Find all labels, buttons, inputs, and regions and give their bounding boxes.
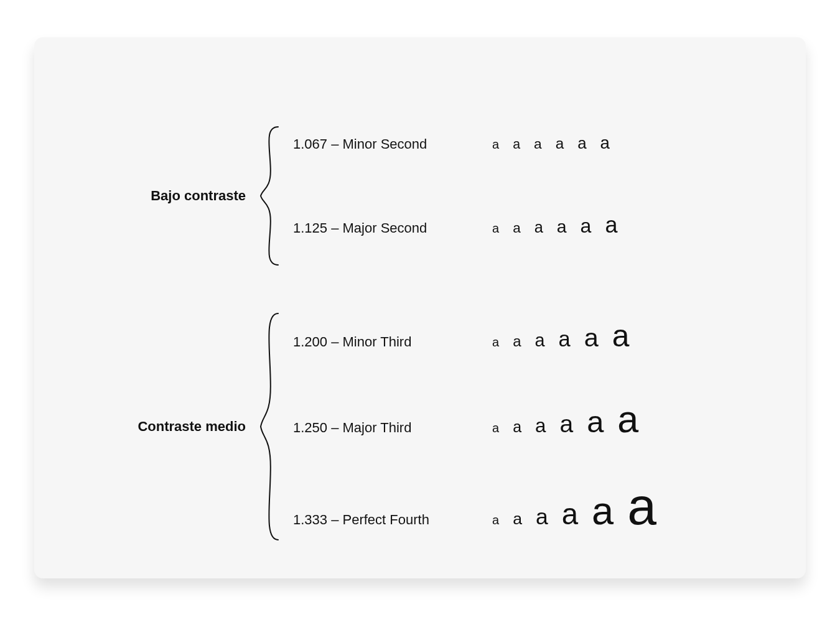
scale-row: 1.200 – Minor Thirdaaaaaa — [293, 311, 768, 374]
scale-rows: 1.200 – Minor Thirdaaaaaa1.250 – Major T… — [293, 311, 768, 542]
scale-label: 1.200 – Minor Third — [293, 334, 492, 350]
scale-samples: aaaaaa — [492, 480, 656, 532]
diagram-card: Bajo contraste 1.067 – Minor Secondaaaaa… — [34, 37, 806, 578]
scale-label: 1.333 – Perfect Fourth — [293, 512, 492, 528]
glyph-sample: a — [536, 506, 548, 529]
glyph-sample: a — [513, 419, 521, 435]
scale-samples: aaaaaa — [492, 321, 629, 352]
glyph-sample: a — [534, 331, 544, 350]
glyph-sample: a — [492, 422, 499, 434]
scale-row: 1.250 – Major Thirdaaaaaa — [293, 391, 768, 454]
glyph-sample: a — [559, 328, 571, 350]
glyph-sample: a — [584, 325, 599, 350]
glyph-sample: a — [513, 221, 521, 236]
glyph-sample: a — [556, 136, 564, 151]
glyph-sample: a — [559, 412, 573, 436]
glyph-sample: a — [492, 514, 499, 526]
glyph-sample: a — [592, 491, 614, 530]
glyph-sample: a — [492, 222, 499, 234]
scale-row: 1.125 – Major Secondaaaaaa — [293, 204, 768, 267]
group-title: Bajo contraste — [121, 188, 246, 204]
scale-group-low-contrast: Bajo contraste 1.067 – Minor Secondaaaaa… — [72, 124, 768, 267]
glyph-sample: a — [513, 334, 521, 349]
glyph-sample: a — [612, 321, 630, 352]
scale-group-medium-contrast: Contraste medio 1.200 – Minor Thirdaaaaa… — [72, 311, 768, 542]
group-title: Contraste medio — [121, 419, 246, 435]
glyph-sample: a — [534, 137, 542, 151]
glyph-sample: a — [627, 480, 656, 532]
glyph-sample: a — [605, 214, 617, 236]
glyph-sample: a — [587, 407, 604, 437]
glyph-sample: a — [513, 138, 520, 151]
glyph-sample: a — [617, 401, 638, 438]
glyph-sample: a — [600, 134, 610, 152]
scale-samples: aaaaaa — [492, 134, 610, 152]
glyph-sample: a — [562, 499, 578, 529]
glyph-sample: a — [535, 416, 546, 435]
scale-samples: aaaaaa — [492, 401, 638, 438]
brace-icon — [258, 124, 281, 267]
scale-row: 1.067 – Minor Secondaaaaaa — [293, 124, 768, 188]
scale-row: 1.333 – Perfect Fourthaaaaaa — [293, 470, 768, 542]
glyph-sample: a — [492, 336, 499, 348]
glyph-sample: a — [581, 216, 592, 236]
brace-icon — [258, 311, 281, 542]
scale-label: 1.250 – Major Third — [293, 420, 492, 436]
glyph-sample: a — [534, 220, 543, 235]
scale-label: 1.067 – Minor Second — [293, 136, 492, 152]
glyph-sample: a — [557, 218, 567, 235]
scale-samples: aaaaaa — [492, 214, 617, 236]
scale-rows: 1.067 – Minor Secondaaaaaa1.125 – Major … — [293, 124, 768, 267]
stage: Bajo contraste 1.067 – Minor Secondaaaaa… — [0, 0, 840, 630]
glyph-sample: a — [492, 138, 499, 151]
scale-label: 1.125 – Major Second — [293, 220, 492, 236]
glyph-sample: a — [577, 136, 586, 152]
glyph-sample: a — [513, 511, 522, 527]
